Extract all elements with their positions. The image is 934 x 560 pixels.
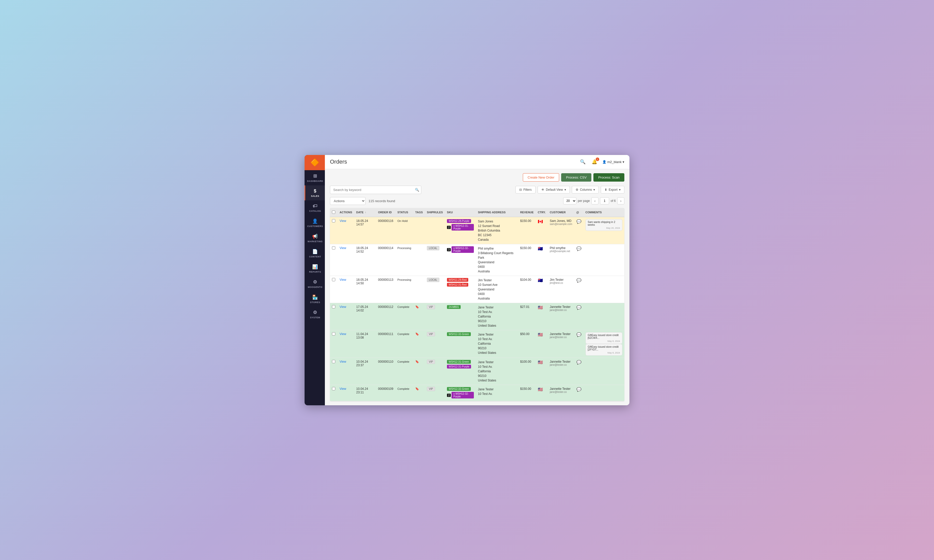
row-checkbox[interactable] [332, 387, 335, 390]
sidebar-item-label: CATALOG [309, 210, 321, 212]
sidebar-item-label: DASHBOARD [307, 180, 323, 182]
view-link[interactable]: View [340, 360, 346, 363]
select-all-checkbox[interactable] [332, 211, 335, 214]
date-cell: 18.05.24 14:57 [354, 217, 376, 244]
table-row: View11.04.24 13:08000000111Complete🔖VIPW… [330, 330, 624, 358]
customer-cell: Sam Jones, MDsam@example.com [548, 217, 574, 244]
sidebar-item-label: STORES [310, 301, 320, 304]
sku-tag: WSH12-32-Green [447, 387, 471, 391]
sku-line: WSH12-28-Purple [447, 219, 474, 223]
revenue-cell: $100.00 [518, 358, 536, 385]
sidebar-item-sales[interactable]: $ SALES [305, 185, 325, 200]
sku-tag: x WSH12-32-Purple [452, 392, 474, 398]
filters-button[interactable]: ⊟ Filters [515, 186, 536, 194]
per-page-select[interactable]: 20 [563, 197, 576, 205]
row-checkbox[interactable] [332, 278, 335, 281]
next-page-button[interactable]: › [617, 197, 624, 205]
view-link[interactable]: View [340, 219, 346, 223]
chevron-icon: ▾ [593, 188, 595, 191]
comments-cell: GiftEasy issued store credit [6ZCWX... M… [584, 330, 624, 358]
customer-name: Jannette Tester [550, 360, 572, 363]
header-checkbox[interactable] [330, 208, 338, 217]
shiprules-cell: VIP [425, 358, 445, 385]
comment-icon-cell: 💬 [574, 276, 584, 303]
customer-cell: Jannette Testerjane@tester.co [548, 385, 574, 401]
sku-count: 2 [447, 226, 451, 229]
comment-icon[interactable]: 💬 [576, 387, 581, 392]
comment-icon[interactable]: 💬 [576, 246, 581, 251]
sidebar-item-marketing[interactable]: 📢 MARKETING [305, 231, 325, 246]
default-view-button[interactable]: 👁 Default View ▾ [538, 186, 570, 194]
process-csv-button[interactable]: Process: CSV [561, 173, 591, 182]
date-cell: 11.04.24 13:08 [354, 330, 376, 358]
sidebar-item-stores[interactable]: 🏪 STORES [305, 291, 325, 307]
sidebar: 🔶 ⊞ DASHBOARD $ SALES 🏷 CATALOG 👤 CUSTOM… [305, 155, 325, 405]
order-id-cell: 000000110 [376, 358, 395, 385]
comment-icon[interactable]: 💬 [576, 305, 581, 310]
customer-email: jim@test.co [550, 282, 572, 284]
comment-icon[interactable]: 💬 [576, 219, 581, 224]
create-new-order-button[interactable]: Create New Order [523, 173, 559, 182]
shiprule-badge: VIP [427, 387, 435, 391]
row-checkbox[interactable] [332, 246, 335, 249]
shipping-address-cell: Jane Tester10 Test Av. [476, 385, 518, 401]
content-area: Create New Order Process: CSV Process: S… [325, 169, 629, 405]
view-link[interactable]: View [340, 387, 346, 391]
sku-tag: WSH12-31-Red [447, 283, 469, 286]
date-cell: 10.04.24 23:37 [354, 358, 376, 385]
view-link[interactable]: View [340, 246, 346, 250]
row-checkbox[interactable] [332, 360, 335, 363]
shipping-address-cell: Sam Jones12 Sunset RoadBritish ColumbiaB… [476, 217, 518, 244]
top-bar-right: 🔍 🔔 1 👤 m2_blank ▾ [579, 158, 624, 166]
search-icon: 🔍 [580, 159, 586, 165]
search-input[interactable] [330, 186, 421, 194]
sidebar-item-content[interactable]: 📄 CONTENT [305, 246, 325, 261]
date-cell: 10.04.24 23:11 [354, 385, 376, 401]
customer-cell: Jannette Testerjane@tester.co [548, 330, 574, 358]
columns-button[interactable]: ⚙ Columns ▾ [572, 186, 599, 194]
sku-line: 2x WSH12-31-Purple [447, 224, 474, 231]
status-cell: Complete [395, 330, 413, 358]
header-shiprules: SHIPRULES [425, 208, 445, 217]
table-row: View10.04.24 23:11000000109Complete🔖VIPW… [330, 385, 624, 401]
header-at: @ [574, 208, 584, 217]
process-scan-button[interactable]: Process: Scan [593, 173, 624, 182]
notifications-button[interactable]: 🔔 1 [590, 158, 598, 166]
search-submit-button[interactable]: 🔍 [415, 188, 419, 192]
view-link[interactable]: View [340, 332, 346, 336]
shiprule-badge: LOCAL [427, 278, 439, 282]
header-order-id[interactable]: ORDER ID [376, 208, 395, 217]
comment-icon[interactable]: 💬 [576, 278, 581, 283]
search-button[interactable]: 🔍 [579, 158, 587, 166]
row-checkbox[interactable] [332, 305, 335, 308]
row-checkbox[interactable] [332, 332, 335, 335]
sku-line: 3x WSH12-32-Purple [447, 246, 474, 253]
view-link[interactable]: View [340, 305, 346, 309]
sidebar-item-system[interactable]: ⚙ SYSTEM [305, 307, 325, 322]
view-link[interactable]: View [340, 278, 346, 282]
comment-icon-cell: 💬 [574, 330, 584, 358]
page-number-input[interactable] [600, 197, 609, 205]
sidebar-item-moogento[interactable]: ⚙ MOOGENTO [305, 276, 325, 291]
sku-tag: WSH11-29-Red [447, 278, 469, 282]
sidebar-item-customers[interactable]: 👤 CUSTOMERS [305, 215, 325, 231]
sidebar-item-reports[interactable]: 📊 REPORTS [305, 261, 325, 276]
table-row: View18.05.24 14:52000000114ProcessingLOC… [330, 244, 624, 276]
sidebar-item-dashboard[interactable]: ⊞ DASHBOARD [305, 170, 325, 185]
shiprule-badge: VIP [427, 332, 435, 336]
prev-page-button[interactable]: ‹ [591, 197, 598, 205]
shipping-address-cell: Phil smythe3 Billabong Court Regents Par… [476, 244, 518, 276]
action-buttons-row: Create New Order Process: CSV Process: S… [330, 173, 624, 182]
header-date[interactable]: DATE ↑ [354, 208, 376, 217]
user-menu-button[interactable]: 👤 m2_blank ▾ [602, 160, 624, 164]
comment-icon[interactable]: 💬 [576, 332, 581, 337]
actions-dropdown[interactable]: Actions [330, 197, 365, 205]
header-comments: COMMENTS [584, 208, 624, 217]
sku-line: WSH12-32-Green [447, 387, 474, 391]
sidebar-item-catalog[interactable]: 🏷 CATALOG [305, 200, 325, 215]
export-button[interactable]: ⬇ Export ▾ [601, 186, 624, 194]
order-id-cell: 000000114 [376, 244, 395, 276]
comment-icon[interactable]: 💬 [576, 360, 581, 365]
row-checkbox[interactable] [332, 219, 335, 222]
orders-table: ACTIONS DATE ↑ ORDER ID STATUS TAGS SHIP… [330, 208, 624, 401]
